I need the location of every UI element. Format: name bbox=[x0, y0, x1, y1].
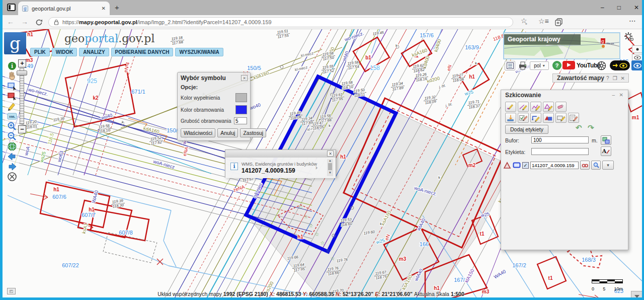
fill-color-swatch[interactable] bbox=[235, 93, 247, 102]
globe-icon[interactable] bbox=[6, 141, 18, 152]
refresh-icon[interactable] bbox=[35, 19, 43, 26]
print-button[interactable] bbox=[518, 61, 527, 72]
layer-name-input[interactable] bbox=[530, 162, 579, 169]
stroke-width-input[interactable] bbox=[234, 117, 247, 124]
content-close-icon[interactable]: ✕ bbox=[621, 76, 625, 81]
xml-icon[interactable]: XML bbox=[6, 111, 18, 121]
triangle-symbol-icon[interactable] bbox=[503, 162, 511, 169]
wcag-view-button[interactable] bbox=[631, 60, 643, 70]
youtube-link[interactable]: YouTube bbox=[562, 61, 600, 69]
identify-popup-header[interactable]: ✕ bbox=[225, 150, 336, 158]
menu-item-pobieranie-danych[interactable]: POBIERANIE DANYCH bbox=[111, 48, 174, 56]
restore-widget-button[interactable]: ◰ bbox=[7, 288, 16, 294]
add-labels-button[interactable]: Dodaj etykiety bbox=[505, 125, 548, 134]
erase-button[interactable] bbox=[555, 102, 567, 112]
rectangle-symbol-icon[interactable] bbox=[513, 162, 521, 168]
tab-close-icon[interactable]: ✕ bbox=[102, 6, 106, 11]
clear-icon[interactable] bbox=[6, 172, 18, 182]
properties-button[interactable]: Właściwości bbox=[181, 128, 215, 137]
back-icon[interactable]: ← bbox=[7, 18, 14, 26]
symbol-style-button[interactable] bbox=[543, 113, 554, 123]
redo-icon[interactable]: ↷ bbox=[588, 123, 594, 132]
window-close-button[interactable]: ✕ bbox=[634, 4, 639, 11]
zoom-in-button[interactable]: + bbox=[18, 59, 26, 67]
popup-close-icon[interactable]: ✕ bbox=[327, 151, 334, 157]
symbol-dialog: Wybór symbolu ✕ Opcje: Kolor wypełnienia… bbox=[177, 72, 251, 141]
zoom-out-button[interactable]: − bbox=[18, 125, 26, 133]
draw-line-button[interactable] bbox=[518, 102, 529, 112]
content-window-icon[interactable]: ❐ bbox=[613, 76, 617, 81]
previous-view-icon[interactable] bbox=[6, 152, 18, 162]
popup-scrollbar[interactable]: ▲▼ bbox=[327, 159, 333, 176]
buffer-input[interactable] bbox=[531, 136, 589, 143]
add-favorite-icon[interactable]: ☆+ bbox=[521, 17, 529, 25]
zoom-out-icon[interactable] bbox=[6, 131, 18, 141]
zoom-handle[interactable] bbox=[17, 70, 27, 76]
legend-button[interactable] bbox=[505, 61, 515, 70]
forward-icon[interactable]: → bbox=[21, 18, 28, 26]
buffer-apply-button[interactable] bbox=[601, 135, 611, 145]
svg-text:k: k bbox=[69, 86, 71, 90]
cancel-button[interactable]: Anuluj bbox=[217, 128, 238, 137]
more-menu-icon[interactable]: ⋯ bbox=[629, 17, 636, 25]
menu-item-analizy[interactable]: ANALIZY bbox=[79, 48, 109, 56]
edit-form-button[interactable] bbox=[568, 113, 579, 123]
map-content-bar[interactable]: Zawartość mapy ? ❐ ✕ bbox=[552, 73, 629, 83]
label-style-button[interactable]: A bbox=[601, 146, 611, 156]
sketch-panel: Szkicowanie – ✕ Dodaj etykiety ↶ ↷ Bufor… bbox=[501, 90, 628, 250]
info-icon[interactable]: i bbox=[6, 61, 18, 71]
apply-button[interactable]: Zastosuj bbox=[240, 128, 266, 137]
menu-item-widok[interactable]: WIDOK bbox=[52, 48, 77, 56]
add-import-button[interactable] bbox=[505, 113, 516, 123]
menu-item-wyszukiwania[interactable]: WYSZUKIWANIA bbox=[175, 48, 223, 56]
accessibility-wheel-icon[interactable] bbox=[597, 61, 606, 70]
layer-identify-button[interactable] bbox=[580, 161, 590, 170]
svg-text:☆: ☆ bbox=[331, 256, 335, 261]
zoom-track[interactable] bbox=[20, 68, 24, 124]
svg-text:☆: ☆ bbox=[309, 223, 313, 229]
edit-geometry-button[interactable] bbox=[530, 113, 541, 123]
label-input[interactable] bbox=[531, 148, 589, 155]
sketch-minimize-icon[interactable]: – bbox=[612, 92, 615, 98]
content-help-icon[interactable]: ? bbox=[606, 76, 609, 81]
browser-tab[interactable]: g geoportal.gov.pl ✕ bbox=[18, 2, 110, 15]
collections-icon[interactable] bbox=[555, 18, 563, 26]
sketch-close-icon[interactable]: ✕ bbox=[619, 92, 623, 98]
stroke-color-swatch[interactable] bbox=[235, 105, 247, 114]
browser-window: g geoportal.gov.pl ✕ + – □ ✕ ← → https:/… bbox=[0, 0, 644, 300]
address-bar[interactable]: https://mapy.geoportal.gov.pl/imap/Imgp_… bbox=[48, 17, 513, 27]
next-result-icon[interactable]: › bbox=[315, 164, 317, 171]
zoom-in-icon[interactable] bbox=[6, 121, 18, 131]
edit-check-button[interactable] bbox=[518, 113, 529, 123]
layer-zoom-button[interactable] bbox=[591, 161, 601, 170]
undo-icon[interactable]: ↶ bbox=[576, 123, 582, 132]
basemap-chevron-button[interactable] bbox=[631, 291, 642, 298]
marker-toggle-button[interactable] bbox=[632, 45, 642, 53]
draw-polyline-button[interactable] bbox=[530, 102, 541, 112]
new-tab-button[interactable]: + bbox=[115, 3, 119, 12]
dialog-close-icon[interactable]: ✕ bbox=[241, 75, 248, 81]
svg-text:671/1: 671/1 bbox=[131, 89, 145, 95]
settings-gear-icon[interactable] bbox=[624, 32, 634, 42]
layer-more-button[interactable]: ▾ bbox=[602, 161, 614, 170]
label-label: Etykieta: bbox=[505, 149, 525, 155]
layer-visibility-checkbox[interactable]: ✓ bbox=[522, 162, 529, 169]
help-button[interactable]: ? bbox=[552, 61, 561, 70]
draw-icon[interactable] bbox=[6, 101, 18, 111]
draw-polygon-button[interactable] bbox=[543, 102, 554, 112]
copy-rect-button[interactable] bbox=[555, 113, 567, 123]
favorites-bar-icon[interactable]: ☆≡ bbox=[538, 17, 549, 25]
language-select[interactable]: pol ▾ bbox=[530, 61, 549, 70]
tab-title: geoportal.gov.pl bbox=[32, 6, 98, 12]
high-contrast-button[interactable] bbox=[610, 60, 630, 70]
draw-point-button[interactable] bbox=[505, 102, 516, 112]
window-maximize-button[interactable]: □ bbox=[617, 4, 621, 11]
geoportal-logo[interactable]: g bbox=[4, 32, 26, 54]
select-blue-icon[interactable] bbox=[6, 81, 18, 91]
menu-item-plik[interactable]: PLIK bbox=[30, 48, 50, 56]
select-red-icon[interactable] bbox=[6, 91, 18, 101]
workspaces-icon[interactable] bbox=[7, 4, 16, 11]
window-minimize-button[interactable]: – bbox=[601, 4, 604, 11]
overview-map[interactable]: g Wa-wa Geoportal krajowy bbox=[503, 32, 620, 59]
next-view-icon[interactable] bbox=[6, 162, 18, 172]
